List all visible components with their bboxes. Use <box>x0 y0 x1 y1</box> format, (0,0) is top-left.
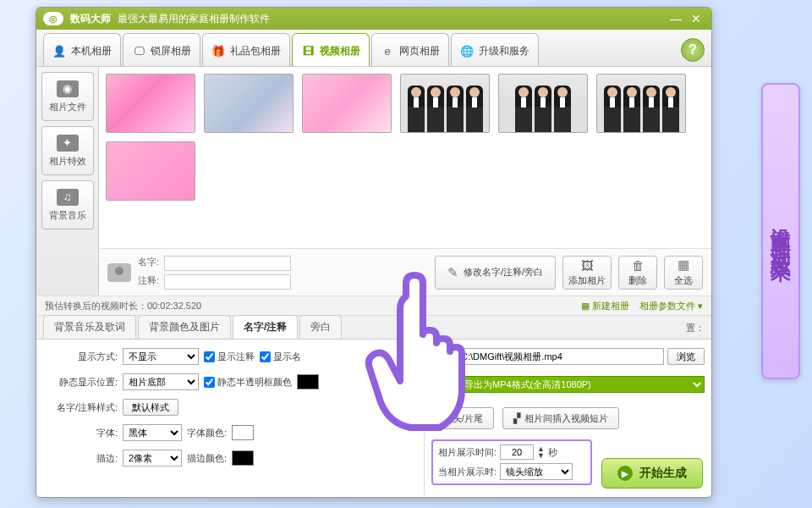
add-photo-button[interactable]: 🖼添加相片 <box>562 256 612 290</box>
tab-web-album[interactable]: e网页相册 <box>371 33 449 66</box>
thumbnail-grid[interactable] <box>99 67 711 248</box>
static-pos-select[interactable]: 相片底部 <box>123 373 199 390</box>
name-label: 名字: <box>138 256 159 271</box>
thumbnail[interactable] <box>106 141 195 201</box>
select-all-button[interactable]: ▦全选 <box>664 256 703 290</box>
settings-right: 径: 浏览 量标准: 导出为MP4格式(全高清1080P) ■头/片尾 ▞相片间… <box>424 340 711 497</box>
sub-tabs: 背景音乐及歌词 背景颜色及图片 名字/注释 旁白 置： <box>36 316 711 340</box>
camera-placeholder-icon <box>107 263 131 282</box>
outline-select[interactable]: 2像素 <box>123 450 182 467</box>
insert-icon: ▞ <box>513 413 520 424</box>
titlebar: ◎ 数码大师 最强大最易用的家庭相册制作软件 ― ✕ <box>36 8 711 30</box>
user-icon: 👤 <box>52 44 66 58</box>
chevron-down-icon: ▾ <box>698 301 703 312</box>
spinner-icon[interactable]: ▲▼ <box>537 445 545 459</box>
name-input[interactable] <box>164 256 291 271</box>
font-label: 字体: <box>43 427 118 439</box>
default-style-button[interactable]: 默认样式 <box>123 399 178 416</box>
comment-label: 注释: <box>138 274 159 290</box>
display-mode-label: 显示方式: <box>43 351 118 363</box>
info-bar: 名字: 注释: ✎修改名字/注释/旁白 🖼添加相片 🗑删除 ▦全选 <box>99 248 711 295</box>
globe-icon: 🌐 <box>460 44 474 58</box>
trash-icon: 🗑 <box>632 258 645 273</box>
delete-button[interactable]: 🗑删除 <box>618 256 657 290</box>
video-icon: ■ <box>442 413 448 423</box>
subtab-name-comment[interactable]: 名字/注释 <box>233 315 298 339</box>
close-button[interactable]: ✕ <box>688 11 705 26</box>
thumbnail[interactable] <box>106 74 195 133</box>
app-tagline: 最强大最易用的家庭相册制作软件 <box>118 12 270 26</box>
font-color-label: 字体颜色: <box>187 427 227 439</box>
side-column: ◉相片文件 ✦相片特效 ♫背景音乐 <box>36 67 99 295</box>
settings-panel: 显示方式: 不显示 显示注释 显示名 静态显示位置: 相片底部 静态半透明框颜色… <box>36 340 711 497</box>
app-window: ◎ 数码大师 最强大最易用的家庭相册制作软件 ― ✕ 👤本机相册 🖵锁屏相册 🎁… <box>36 7 712 498</box>
effect-label: 当相片展示时: <box>438 466 497 478</box>
ie-icon: e <box>381 44 394 58</box>
duration-input[interactable] <box>500 444 534 460</box>
dynamic-effect-highlight: 相片展示时间: ▲▼ 秒 当相片展示时: 镜头缩放 <box>431 439 592 485</box>
side-bg-music[interactable]: ♫背景音乐 <box>41 180 94 229</box>
quality-label: 量标准: <box>431 372 453 397</box>
duration-unit: 秒 <box>548 446 557 459</box>
app-logo-icon: ◎ <box>43 12 63 25</box>
font-color-swatch[interactable] <box>232 425 254 440</box>
quality-select[interactable]: 导出为MP4格式(全高清1080P) <box>457 376 705 393</box>
estimate-bar: 预估转换后的视频时长：00:02:32.520 ▦新建相册 相册参数文件▾ <box>36 295 711 316</box>
static-pos-label: 静态显示位置: <box>43 376 118 389</box>
music-icon: ♫ <box>57 189 79 206</box>
tab-lock-album[interactable]: 🖵锁屏相册 <box>123 33 200 66</box>
edit-name-button[interactable]: ✎修改名字/注释/旁白 <box>435 256 556 290</box>
help-button[interactable]: ? <box>681 38 705 62</box>
browse-button[interactable]: 浏览 <box>667 348 705 365</box>
side-photo-effects[interactable]: ✦相片特效 <box>41 126 94 175</box>
tab-gift-album[interactable]: 🎁礼品包相册 <box>202 33 290 66</box>
thumbnail[interactable] <box>498 74 588 133</box>
side-photo-files[interactable]: ◉相片文件 <box>41 72 94 121</box>
film-icon: 🎞 <box>301 44 315 58</box>
subtab-right-label: 置： <box>686 322 705 339</box>
outline-color-swatch[interactable] <box>232 450 254 466</box>
show-name-checkbox[interactable]: 显示名 <box>260 351 301 363</box>
add-photo-icon: 🖼 <box>581 258 594 273</box>
tab-video-album[interactable]: 🎞视频相册 <box>292 33 370 66</box>
callout-label: 设置图片动态效果 <box>761 83 800 379</box>
subtab-bgcolor[interactable]: 背景颜色及图片 <box>138 315 231 339</box>
duration-label: 相片展示时间: <box>438 446 497 459</box>
app-title: 数码大师 <box>70 12 111 26</box>
display-mode-select[interactable]: 不显示 <box>123 348 199 365</box>
output-path-input[interactable] <box>457 348 664 365</box>
thumbnail[interactable] <box>400 74 490 133</box>
play-icon: ▶ <box>617 466 633 481</box>
thumbnail[interactable] <box>596 74 686 133</box>
subtab-narration[interactable]: 旁白 <box>299 315 342 339</box>
gift-icon: 🎁 <box>211 44 225 58</box>
font-select[interactable]: 黑体 <box>123 424 182 441</box>
sparkle-icon: ✦ <box>57 135 79 152</box>
tab-local-album[interactable]: 👤本机相册 <box>43 33 121 66</box>
album-params-link[interactable]: 相册参数文件▾ <box>639 300 703 312</box>
thumbnail[interactable] <box>302 74 392 133</box>
new-album-link[interactable]: ▦新建相册 <box>581 300 629 312</box>
comment-input[interactable] <box>164 274 291 290</box>
start-generate-button[interactable]: ▶ 开始生成 <box>601 458 703 489</box>
effect-select[interactable]: 镜头缩放 <box>500 463 573 480</box>
estimate-text: 预估转换后的视频时长：00:02:32.520 <box>45 300 201 312</box>
frame-color-swatch[interactable] <box>297 374 319 389</box>
grid-icon: ▦ <box>678 257 689 273</box>
subtab-music[interactable]: 背景音乐及歌词 <box>43 315 136 339</box>
edit-icon: ✎ <box>447 265 458 280</box>
translucent-frame-checkbox[interactable]: 静态半透明框颜色 <box>204 376 292 389</box>
style-label: 名字/注释样式: <box>43 401 118 414</box>
thumbnail[interactable] <box>204 74 294 133</box>
show-comment-checkbox[interactable]: 显示注释 <box>204 351 255 363</box>
insert-video-button[interactable]: ▞相片间插入视频短片 <box>502 407 619 429</box>
head-tail-button[interactable]: ■头/片尾 <box>431 407 494 429</box>
monitor-icon: 🖵 <box>132 44 145 58</box>
tab-upgrade[interactable]: 🌐升级和服务 <box>451 33 539 66</box>
main-toolbar: 👤本机相册 🖵锁屏相册 🎁礼品包相册 🎞视频相册 e网页相册 🌐升级和服务 ? <box>36 30 711 67</box>
minimize-button[interactable]: ― <box>667 11 684 26</box>
outline-color-label: 描边颜色: <box>187 452 227 465</box>
camera-icon: ◉ <box>57 80 79 97</box>
outline-label: 描边: <box>43 452 118 465</box>
settings-left: 显示方式: 不显示 显示注释 显示名 静态显示位置: 相片底部 静态半透明框颜色… <box>36 340 424 497</box>
